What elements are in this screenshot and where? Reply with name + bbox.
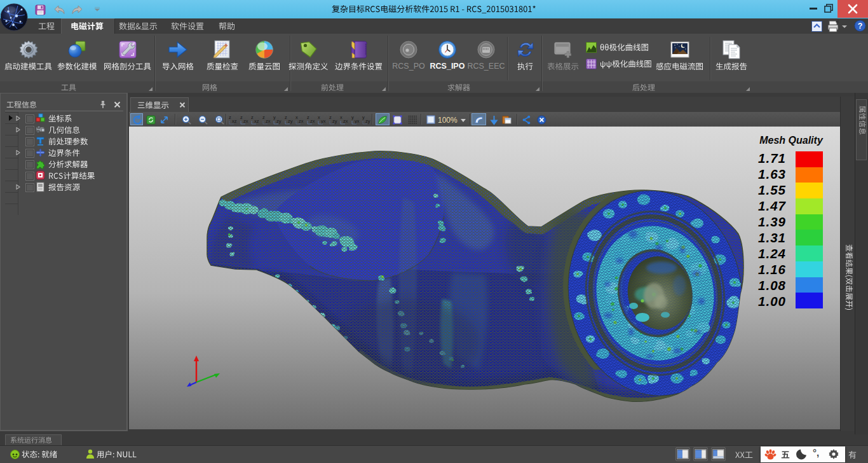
svg-text:zx: zx [343, 118, 348, 124]
svg-text:z: z [329, 114, 332, 120]
svg-text:zy: zy [288, 118, 293, 124]
svg-text:zx: zx [243, 118, 248, 124]
svg-text:x: x [295, 114, 298, 120]
svg-text:z: z [262, 114, 265, 120]
svg-text:z: z [240, 114, 243, 120]
svg-text:xz: xz [254, 118, 259, 124]
svg-text:zy: zy [332, 118, 337, 124]
svg-text:zx: zx [299, 118, 304, 124]
svg-text:z: z [229, 114, 231, 120]
svg-text:zx: zx [310, 118, 315, 124]
svg-text:x: x [318, 114, 320, 120]
svg-text:y: y [351, 114, 354, 120]
svg-text:xz: xz [232, 118, 237, 124]
svg-text:z: z [307, 114, 309, 120]
svg-text:zy: zy [276, 118, 281, 124]
svg-text:z: z [285, 114, 287, 120]
svg-text:z: z [251, 114, 254, 120]
svg-text:yx: yx [321, 118, 326, 124]
svg-text:?: ? [858, 22, 863, 31]
svg-text:zx: zx [266, 118, 271, 124]
svg-text:yx: yx [355, 118, 360, 124]
svg-text:y: y [362, 114, 365, 120]
svg-text:y: y [273, 114, 276, 120]
svg-text:zy: zy [365, 118, 370, 124]
svg-text:x: x [340, 114, 342, 120]
